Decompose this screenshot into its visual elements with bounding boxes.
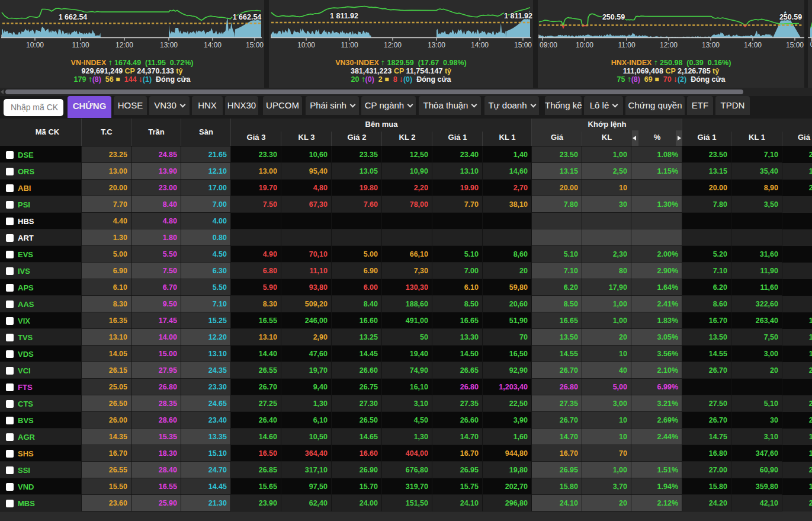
- svg-text:12:00: 12:00: [115, 41, 133, 49]
- svg-text:12:00: 12:00: [384, 41, 402, 49]
- svg-text:14:00: 14:00: [744, 41, 762, 49]
- svg-text:10:00: 10:00: [26, 41, 44, 49]
- svg-text:11:00: 11:00: [618, 41, 635, 49]
- svg-text:09:00: 09:00: [540, 41, 557, 49]
- svg-text:11:00: 11:00: [341, 41, 358, 49]
- svg-text:15:00: 15:00: [514, 41, 532, 49]
- svg-text:1 811.92: 1 811.92: [504, 12, 532, 20]
- svg-text:10:00: 10:00: [576, 41, 593, 49]
- svg-text:15:00: 15:00: [246, 41, 264, 49]
- svg-text:1 662.54: 1 662.54: [233, 13, 262, 21]
- svg-text:14:00: 14:00: [204, 41, 222, 49]
- svg-text:15:00: 15:00: [786, 41, 804, 49]
- svg-text:250.59: 250.59: [602, 13, 625, 21]
- svg-text:13:00: 13:00: [428, 41, 445, 49]
- svg-text:13:00: 13:00: [160, 41, 178, 49]
- svg-text:1 662.54: 1 662.54: [59, 13, 88, 21]
- svg-text:12:00: 12:00: [660, 41, 678, 49]
- svg-text:1 811.92: 1 811.92: [330, 12, 358, 20]
- svg-text:250.59: 250.59: [779, 13, 802, 21]
- svg-text:0: 0: [810, 40, 812, 49]
- svg-text:14:00: 14:00: [471, 41, 489, 49]
- svg-text:13:00: 13:00: [702, 41, 720, 49]
- svg-text:10:00: 10:00: [297, 41, 315, 49]
- svg-text:11:00: 11:00: [72, 41, 89, 49]
